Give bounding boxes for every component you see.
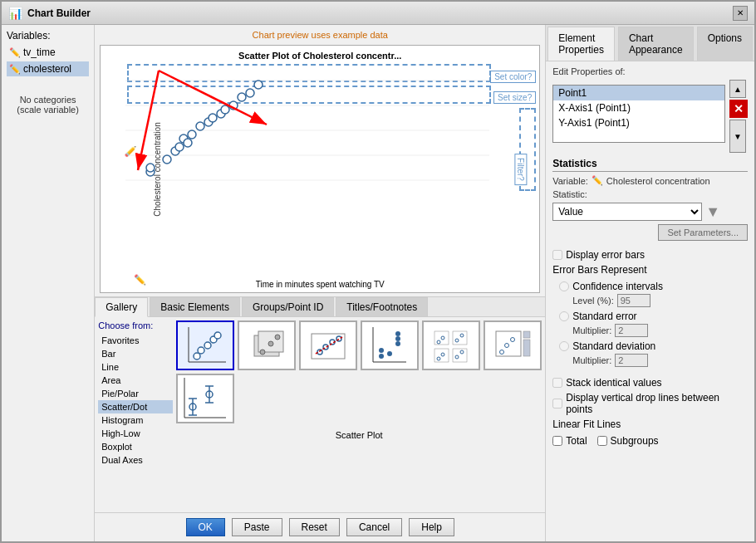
choose-from-label: Choose from: — [98, 320, 173, 330]
tab-gallery[interactable]: Gallery — [95, 297, 148, 317]
tab-basic-elements[interactable]: Basic Elements — [150, 297, 240, 316]
total-checkbox[interactable] — [552, 436, 562, 446]
chart-icon-scatter-simple[interactable] — [176, 320, 234, 370]
chart-icon-label: Scatter Plot — [176, 430, 542, 440]
ok-button[interactable]: OK — [186, 518, 225, 536]
display-drop-lines-label: Display vertical drop lines between poin… — [566, 392, 748, 415]
props-list-item-yaxis[interactable]: Y-Axis1 (Point1) — [553, 115, 724, 130]
multiplier2-field: Multiplier: — [552, 354, 748, 367]
scatter-simple-svg — [184, 327, 226, 364]
help-button[interactable]: Help — [409, 518, 454, 536]
props-list-item-point1[interactable]: Point1 — [553, 86, 724, 100]
statistic-select[interactable]: Value — [552, 203, 702, 221]
svg-point-27 — [204, 342, 211, 349]
pencil-icon-cholesterol: ✏️ — [9, 64, 21, 75]
svg-point-6 — [146, 164, 155, 172]
cancel-button[interactable]: Cancel — [346, 518, 402, 536]
variable-item-cholesterol[interactable]: ✏️ cholesterol — [7, 61, 89, 76]
gallery-right: Scatter Plot — [173, 320, 542, 509]
gallery-item-dual-axes[interactable]: Dual Axes — [98, 453, 173, 467]
scatter-plot-svg — [125, 64, 489, 254]
chart-icon-scatter-matrix[interactable] — [422, 320, 480, 370]
svg-point-26 — [198, 347, 204, 354]
svg-point-56 — [441, 336, 444, 340]
scatter-matrix-svg — [430, 327, 472, 364]
filter-button[interactable]: Filter? — [515, 154, 528, 185]
props-list-box[interactable]: Point1 X-Axis1 (Point1) Y-Axis1 (Point1) — [552, 85, 725, 143]
variable-item-tv-time[interactable]: ✏️ tv_time — [7, 45, 89, 60]
props-up-button[interactable]: ▲ — [729, 80, 746, 98]
chart-icon-scatter-errorbars[interactable] — [176, 374, 234, 423]
standard-error-label: Standard error — [572, 311, 636, 322]
svg-rect-65 — [523, 331, 530, 338]
gallery-item-area[interactable]: Area — [98, 374, 173, 387]
reset-button[interactable]: Reset — [289, 518, 340, 536]
gallery-item-bar[interactable]: Bar — [98, 347, 173, 360]
bottom-buttons: OK Paste Reset Cancel Help — [95, 512, 545, 541]
svg-point-62 — [460, 350, 464, 354]
props-scrollbar[interactable]: ▼ — [729, 120, 746, 153]
svg-point-16 — [221, 105, 229, 114]
tab-groups-point-id[interactable]: Groups/Point ID — [242, 297, 334, 316]
svg-point-55 — [437, 340, 440, 344]
display-drop-lines-checkbox[interactable] — [552, 399, 562, 408]
svg-point-19 — [254, 81, 263, 89]
chart-icon-scatter-histogram[interactable] — [484, 320, 542, 370]
standard-deviation-label: Standard deviation — [572, 340, 655, 352]
confidence-intervals-radio[interactable] — [559, 281, 569, 291]
set-params-button[interactable]: Set Parameters... — [658, 224, 748, 241]
subgroups-checkbox[interactable] — [597, 436, 607, 446]
svg-point-67 — [505, 343, 509, 347]
svg-point-17 — [238, 93, 246, 101]
stack-identical-checkbox[interactable] — [552, 378, 562, 388]
gallery-item-histogram[interactable]: Histogram — [98, 413, 173, 427]
gallery-item-line[interactable]: Line — [98, 360, 173, 374]
tabs-row: Gallery Basic Elements Groups/Point ID T… — [95, 297, 545, 317]
gallery-item-pie[interactable]: Pie/Polar — [98, 387, 173, 400]
level-input[interactable] — [617, 294, 650, 307]
display-error-bars-checkbox[interactable] — [552, 250, 562, 260]
set-color-button[interactable]: Set color? — [490, 71, 536, 83]
right-tab-chart-appearance[interactable]: Chart Appearance — [618, 27, 694, 61]
chart-icon-scatter-summary[interactable] — [299, 320, 357, 370]
tab-titles-footnotes[interactable]: Titles/Footnotes — [336, 297, 428, 316]
svg-rect-54 — [453, 349, 467, 362]
multiplier2-input[interactable] — [615, 354, 648, 367]
total-label: Total — [566, 435, 587, 447]
display-drop-lines-row: Display vertical drop lines between poin… — [552, 392, 748, 415]
window-icon: 📊 — [8, 7, 22, 20]
set-size-button[interactable]: Set size? — [493, 91, 536, 104]
close-button[interactable]: ✕ — [733, 6, 748, 21]
right-tab-options[interactable]: Options — [697, 27, 753, 61]
gallery-item-high-low[interactable]: High-Low — [98, 427, 173, 440]
svg-point-29 — [214, 332, 221, 339]
pencil-icon-tv-time: ✏️ — [9, 47, 21, 58]
props-delete-button[interactable]: ✕ — [729, 100, 748, 118]
chart-preview-label: Chart preview uses example data — [96, 27, 543, 43]
svg-point-43 — [379, 354, 384, 359]
gallery-item-scatter[interactable]: Scatter/Dot — [98, 400, 173, 413]
svg-point-58 — [460, 334, 464, 337]
standard-error-radio[interactable] — [559, 311, 569, 321]
standard-deviation-radio[interactable] — [559, 341, 569, 351]
right-tab-element-properties[interactable]: Element Properties — [547, 27, 615, 61]
svg-point-46 — [395, 341, 400, 346]
props-list-item-xaxis[interactable]: X-Axis1 (Point1) — [553, 100, 724, 115]
level-field: Level (%): — [552, 294, 748, 307]
gallery-list: Favorites Bar Line Area Pie/Polar Scatte… — [98, 334, 173, 467]
variable-name-tv-time: tv_time — [23, 46, 56, 58]
gallery-item-favorites[interactable]: Favorites — [98, 334, 173, 347]
svg-point-59 — [437, 357, 440, 360]
paste-button[interactable]: Paste — [232, 518, 282, 536]
variable-value: Cholesterol concentration — [606, 176, 710, 186]
chart-icon-scatter-3d[interactable] — [238, 320, 296, 370]
statistic-field-row: Statistic: — [552, 189, 748, 199]
gallery-item-boxplot[interactable]: Boxplot — [98, 440, 173, 453]
dot-plot-svg — [369, 327, 410, 364]
multiplier1-label: Multiplier: — [572, 325, 611, 335]
svg-point-18 — [246, 89, 254, 97]
chart-icon-dot-plot[interactable] — [361, 320, 419, 370]
multiplier1-input[interactable] — [615, 324, 648, 337]
statistics-header: Statistics — [552, 158, 748, 172]
standard-deviation-row: Standard deviation — [552, 340, 748, 352]
